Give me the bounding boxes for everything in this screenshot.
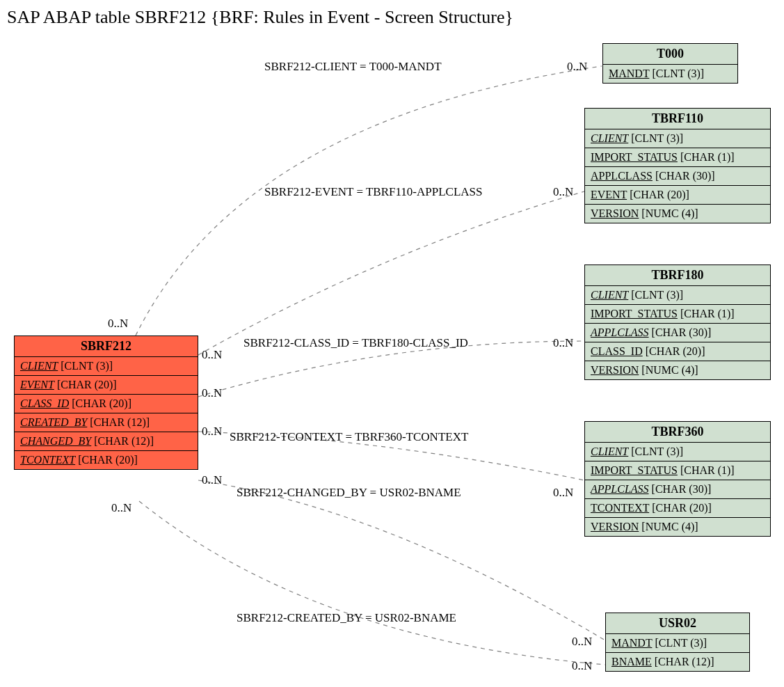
cardinality-r5-left: 0..N xyxy=(202,473,222,487)
entity-tbrf110-row: IMPORT_STATUS [CHAR (1)] xyxy=(585,148,770,167)
cardinality-r3-right: 0..N xyxy=(553,336,573,350)
entity-t000-header: T000 xyxy=(603,44,737,65)
entity-tbrf110-row: CLIENT [CLNT (3)] xyxy=(585,129,770,148)
entity-sbrf212-row: CREATED_BY [CHAR (12)] xyxy=(15,413,198,432)
entity-t000-row: MANDT [CLNT (3)] xyxy=(603,65,737,83)
cardinality-r4-right: 0..N xyxy=(553,486,573,500)
relation-label-r5: SBRF212-CHANGED_BY = USR02-BNAME xyxy=(237,486,461,500)
entity-tbrf180-header: TBRF180 xyxy=(585,265,770,286)
entity-sbrf212-header: SBRF212 xyxy=(15,336,198,357)
entity-tbrf360: TBRF360 CLIENT [CLNT (3)] IMPORT_STATUS … xyxy=(584,421,771,537)
entity-tbrf360-header: TBRF360 xyxy=(585,422,770,443)
entity-tbrf360-row: VERSION [NUMC (4)] xyxy=(585,518,770,536)
entity-sbrf212-row: CLIENT [CLNT (3)] xyxy=(15,357,198,376)
cardinality-r2-left: 0..N xyxy=(202,348,222,362)
relation-label-r1: SBRF212-CLIENT = T000-MANDT xyxy=(264,60,442,74)
entity-usr02-row: MANDT [CLNT (3)] xyxy=(606,634,749,653)
entity-tbrf360-row: CLIENT [CLNT (3)] xyxy=(585,443,770,461)
relation-label-r3: SBRF212-CLASS_ID = TBRF180-CLASS_ID xyxy=(243,336,468,350)
entity-sbrf212-row: TCONTEXT [CHAR (20)] xyxy=(15,451,198,469)
entity-tbrf360-row: APPLCLASS [CHAR (30)] xyxy=(585,480,770,499)
entity-sbrf212-row: CHANGED_BY [CHAR (12)] xyxy=(15,432,198,451)
entity-tbrf110-row: VERSION [NUMC (4)] xyxy=(585,205,770,223)
entity-sbrf212: SBRF212 CLIENT [CLNT (3)] EVENT [CHAR (2… xyxy=(14,335,198,470)
entity-sbrf212-row: CLASS_ID [CHAR (20)] xyxy=(15,395,198,413)
entity-usr02: USR02 MANDT [CLNT (3)] BNAME [CHAR (12)] xyxy=(605,613,750,672)
entity-tbrf110-row: EVENT [CHAR (20)] xyxy=(585,186,770,205)
cardinality-r6-left: 0..N xyxy=(111,501,131,515)
cardinality-r2-right: 0..N xyxy=(553,185,573,199)
entity-tbrf110-header: TBRF110 xyxy=(585,109,770,129)
entity-t000: T000 MANDT [CLNT (3)] xyxy=(602,43,738,84)
entity-tbrf180-row: CLASS_ID [CHAR (20)] xyxy=(585,342,770,361)
page-title: SAP ABAP table SBRF212 {BRF: Rules in Ev… xyxy=(7,7,513,28)
cardinality-r4-left: 0..N xyxy=(202,425,222,439)
entity-usr02-row: BNAME [CHAR (12)] xyxy=(606,653,749,671)
entity-sbrf212-row: EVENT [CHAR (20)] xyxy=(15,376,198,395)
cardinality-r6-right: 0..N xyxy=(572,659,592,673)
relation-label-r2: SBRF212-EVENT = TBRF110-APPLCLASS xyxy=(264,185,482,199)
entity-tbrf360-row: IMPORT_STATUS [CHAR (1)] xyxy=(585,461,770,480)
entity-tbrf180: TBRF180 CLIENT [CLNT (3)] IMPORT_STATUS … xyxy=(584,264,771,380)
entity-tbrf180-row: APPLCLASS [CHAR (30)] xyxy=(585,324,770,342)
cardinality-r1-right: 0..N xyxy=(567,60,587,74)
cardinality-r5-right: 0..N xyxy=(572,635,592,649)
cardinality-r1-left: 0..N xyxy=(108,317,128,331)
entity-tbrf180-row: CLIENT [CLNT (3)] xyxy=(585,286,770,305)
cardinality-r3-left: 0..N xyxy=(202,386,222,400)
entity-tbrf110-row: APPLCLASS [CHAR (30)] xyxy=(585,167,770,186)
entity-tbrf360-row: TCONTEXT [CHAR (20)] xyxy=(585,499,770,518)
entity-tbrf110: TBRF110 CLIENT [CLNT (3)] IMPORT_STATUS … xyxy=(584,108,771,223)
entity-tbrf180-row: VERSION [NUMC (4)] xyxy=(585,361,770,379)
entity-usr02-header: USR02 xyxy=(606,613,749,634)
relation-label-r4: SBRF212-TCONTEXT = TBRF360-TCONTEXT xyxy=(230,430,468,444)
relation-label-r6: SBRF212-CREATED_BY = USR02-BNAME xyxy=(237,611,456,625)
entity-tbrf180-row: IMPORT_STATUS [CHAR (1)] xyxy=(585,305,770,324)
